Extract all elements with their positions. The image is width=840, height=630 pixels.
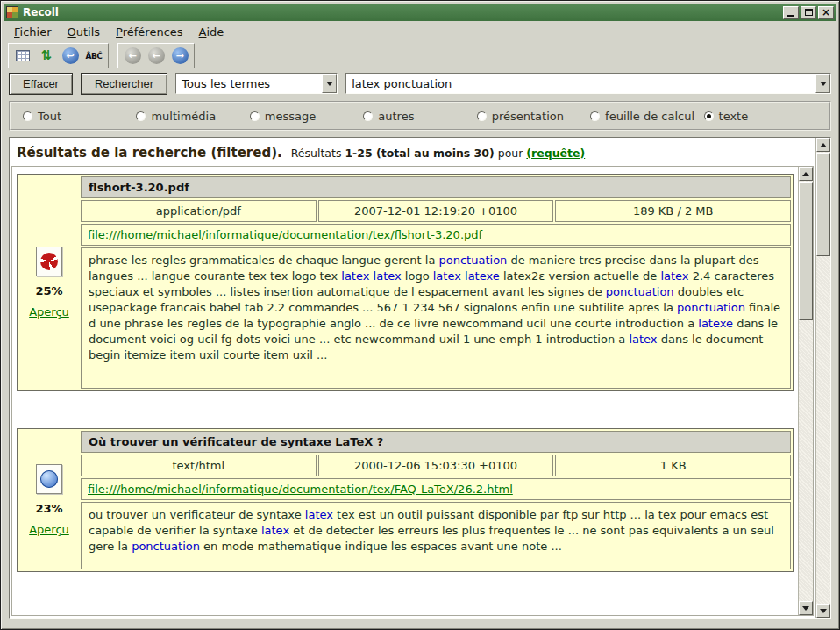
pdf-icon — [36, 247, 62, 276]
filter-option-multimedia[interactable]: multimédia — [136, 110, 249, 123]
menu-preferences[interactable]: Préférences — [109, 23, 189, 41]
results-list: 25% Aperçu flshort-3.20.pdf application/… — [12, 167, 798, 615]
html-icon — [36, 464, 62, 494]
abstract-text: en mode mathematique indique les espaces… — [200, 540, 562, 553]
search-mode-combobox[interactable]: Tous les termes — [175, 73, 338, 94]
abstract-text: phrase les regles grammaticales de chaqu… — [89, 254, 439, 267]
menu-label: O — [68, 25, 76, 39]
radio-icon — [363, 111, 373, 121]
highlighted-term: ponctuation — [606, 285, 674, 298]
menu-aide[interactable]: Aide — [192, 23, 231, 41]
search-row: Effacer Rechercher Tous les termes — [4, 69, 836, 99]
toolbar-group-main: ⇅ ↩ ÂBĈ — [8, 43, 109, 68]
document-grid-button[interactable] — [12, 46, 33, 66]
filter-label: Tout — [38, 110, 61, 123]
prev-page-button[interactable]: ← — [146, 46, 167, 66]
search-button[interactable]: Rechercher — [81, 73, 167, 95]
highlighted-term: latex latexe — [433, 269, 500, 283]
toolbar-group-nav: ← ← → — [117, 43, 195, 68]
menu-label: ichier — [20, 25, 52, 39]
close-button[interactable]: × — [818, 6, 834, 19]
menu-label: utils — [76, 25, 100, 39]
scroll-up-button[interactable] — [799, 167, 813, 181]
maximize-icon — [805, 9, 813, 16]
result-meta-row: text/html 2000-12-06 15:03:30 +0100 1 KB — [81, 455, 791, 476]
menu-fichier[interactable]: Fichier — [7, 23, 59, 41]
radio-icon — [250, 111, 260, 121]
query-combobox — [345, 73, 831, 94]
filter-option-autres[interactable]: autres — [363, 110, 476, 123]
result-url-link[interactable]: file:///home/michael/informatique/docume… — [88, 228, 482, 241]
result-url-row: file:///home/michael/informatique/docume… — [81, 224, 791, 246]
results-list-frame: 25% Aperçu flshort-3.20.pdf application/… — [11, 166, 814, 616]
document-grid-icon — [16, 50, 30, 61]
maximize-button[interactable] — [801, 6, 816, 19]
result-details: flshort-3.20.pdf application/pdf 2007-12… — [81, 176, 791, 389]
prev-page-icon: ← — [148, 47, 165, 64]
filter-option-feuille-de-calcul[interactable]: feuille de calcul — [590, 110, 703, 123]
filter-option-texte[interactable]: texte — [704, 110, 817, 123]
highlighted-term: latex — [261, 524, 289, 537]
filter-label: message — [265, 110, 316, 123]
scroll-down-button[interactable] — [799, 601, 813, 615]
result-filename: flshort-3.20.pdf — [81, 176, 791, 198]
result-url-link[interactable]: file:///home/michael/informatique/docume… — [88, 483, 513, 496]
menu-outils[interactable]: Outils — [61, 23, 108, 41]
filter-label: texte — [719, 110, 749, 123]
abstract-text: latex2ε version actuelle de — [500, 269, 661, 283]
radio-icon — [136, 111, 146, 121]
refresh-button[interactable]: ↩ — [60, 46, 81, 66]
dropdown-arrow-icon[interactable] — [815, 74, 830, 93]
toolbar: ⇅ ↩ ÂBĈ ← ← → — [4, 42, 836, 69]
highlighted-term: latex — [660, 269, 688, 283]
sort-direction-button[interactable]: ⇅ — [36, 46, 57, 66]
scroll-down-button[interactable] — [816, 604, 830, 618]
query-input[interactable] — [346, 77, 815, 90]
result-size: 189 KB / 2 MB — [555, 200, 791, 222]
term-explorer-icon: ÂBĈ — [86, 52, 103, 61]
filter-option-tout[interactable]: Tout — [23, 110, 136, 123]
results-list-scrollbar[interactable] — [798, 167, 813, 615]
menu-label: références — [123, 25, 183, 39]
category-filter-bar: Tout multimédia message autres présentat… — [9, 101, 831, 131]
radio-icon — [590, 111, 600, 121]
result-url-row: file:///home/michael/informatique/docume… — [81, 478, 791, 500]
query-details-link[interactable]: (requête) — [526, 147, 585, 160]
minimize-button[interactable] — [783, 6, 799, 19]
filter-option-presentation[interactable]: présentation — [477, 110, 590, 123]
recoll-window: Recoll × Fichier Outils Préférences Aide… — [0, 0, 840, 630]
scrollbar-thumb[interactable] — [816, 153, 830, 256]
radio-icon — [23, 111, 32, 121]
result-filename: Où trouver un vérificateur de syntaxe La… — [81, 431, 791, 453]
dropdown-arrow-icon[interactable] — [322, 74, 337, 93]
scroll-up-button[interactable] — [816, 138, 830, 152]
search-mode-value: Tous les termes — [176, 77, 322, 90]
first-page-button[interactable]: ← — [122, 46, 143, 66]
result-mime-type: text/html — [81, 455, 317, 476]
results-header: Résultats de la recherche (filtered).Rés… — [10, 138, 815, 166]
sort-arrows-icon: ⇅ — [41, 49, 53, 62]
next-page-icon: → — [172, 47, 189, 64]
clear-button[interactable]: Effacer — [9, 73, 73, 95]
menu-label: ide — [206, 25, 224, 39]
close-icon: × — [822, 7, 830, 18]
filter-option-message[interactable]: message — [250, 110, 363, 123]
preview-link[interactable]: Aperçu — [29, 305, 69, 319]
scrollbar-thumb[interactable] — [799, 182, 813, 320]
relevance-percent: 25% — [35, 284, 62, 297]
preview-link[interactable]: Aperçu — [29, 523, 69, 536]
titlebar[interactable]: Recoll × — [4, 4, 836, 21]
next-page-button[interactable]: → — [169, 46, 190, 66]
radio-icon — [477, 111, 487, 121]
results-range: 1-25 (total au moins 30) — [345, 147, 494, 160]
result-abstract: phrase les regles grammaticales de chaqu… — [81, 247, 791, 389]
results-panel-scrollbar[interactable] — [815, 138, 830, 618]
arrow-up-icon — [820, 143, 827, 147]
window-title: Recoll — [23, 6, 59, 18]
results-title: Résultats de la recherche (filtered). — [17, 145, 282, 161]
results-word: Résultats — [291, 147, 342, 160]
result-item-2: 23% Aperçu Où trouver un vérificateur de… — [17, 428, 794, 572]
recoll-app-icon[interactable] — [6, 6, 18, 18]
term-explorer-button[interactable]: ÂBĈ — [83, 46, 104, 66]
pour-word: pour — [498, 147, 523, 160]
